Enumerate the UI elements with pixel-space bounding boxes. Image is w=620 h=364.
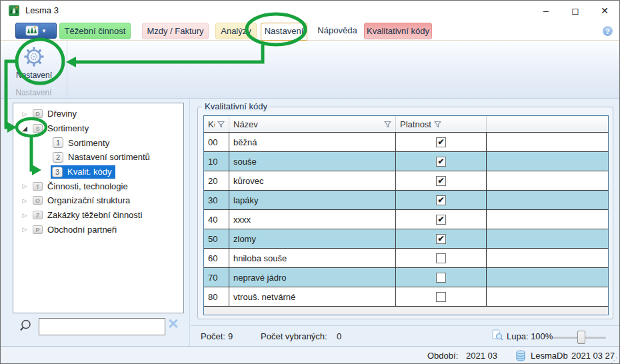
table-row[interactable]: 80 vtrouš. netvárné — [204, 287, 608, 307]
table-row[interactable]: 50 zlomy ✔ — [204, 229, 608, 249]
tab-kvalitativni-kody[interactable]: Kvalitativní kódy — [364, 23, 432, 39]
clear-search-icon[interactable]: ✕ — [167, 316, 179, 332]
ribbon-group-nastaveni: Nastavení Nastavení — [1, 41, 67, 99]
tree-item-sortimenty[interactable]: ◢ S Sortimenty — [13, 121, 183, 136]
gear-icon — [22, 45, 46, 69]
filter-icon[interactable] — [434, 121, 441, 128]
table-row[interactable]: 20 kůrovec ✔ — [204, 171, 608, 191]
table-row[interactable]: 00 běžná ✔ — [204, 133, 608, 152]
groupbox-title: Kvalitativní kódy — [202, 101, 270, 111]
validity-checkbox[interactable] — [436, 273, 446, 283]
validity-checkbox[interactable]: ✔ — [436, 176, 446, 186]
maximize-button[interactable]: ◻ — [561, 1, 590, 20]
expander-icon[interactable]: ▷ — [20, 226, 29, 233]
database-name: LesmaDb — [531, 351, 568, 361]
period-value: 2021 03 — [466, 351, 497, 361]
tree-item-organizacni-struktura[interactable]: ▷ O Organizační struktura — [13, 193, 183, 208]
column-header-platnost[interactable]: Platnost — [396, 116, 487, 132]
cell-code: 20 — [204, 171, 229, 190]
status-date: 2021 03 27 — [571, 351, 615, 361]
validity-checkbox[interactable]: ✔ — [436, 137, 446, 147]
validity-checkbox[interactable]: ✔ — [436, 234, 446, 244]
chevron-down-icon: ▼ — [41, 28, 47, 34]
filter-icon[interactable] — [384, 121, 391, 128]
cell-name: nepravé jádro — [229, 268, 396, 287]
tree-label: Sortimenty — [47, 123, 89, 133]
tab-tezebni-cinnost[interactable]: Těžební činnost — [59, 23, 131, 39]
check-icon: ✔ — [437, 157, 444, 166]
cell-name: souše — [229, 152, 396, 171]
expander-icon[interactable]: ▷ — [20, 111, 29, 117]
validity-checkbox[interactable]: ✔ — [436, 195, 446, 205]
search-icon — [18, 319, 33, 333]
table-row[interactable]: 40 xxxx ✔ — [204, 210, 608, 229]
tree-item-zakazky[interactable]: ▷ Z Zakázky těžební činnosti — [13, 208, 183, 223]
expander-icon[interactable]: ▷ — [20, 212, 29, 219]
table-header: Kód Název Platnost — [204, 116, 608, 133]
cell-name: hniloba souše — [229, 249, 396, 267]
cell-code: 50 — [204, 229, 229, 248]
count-value: 9 — [228, 331, 233, 341]
selected-tree-item: 3 Kvalit. kódy — [51, 165, 115, 179]
statusbar: Období: 2021 03 LesmaDb 2021 03 27 ⋰ — [1, 346, 619, 364]
table-row[interactable]: 60 hniloba souše — [204, 249, 608, 268]
help-icon[interactable]: ? — [603, 26, 613, 36]
cell-name: lapáky — [229, 191, 396, 209]
cell-empty — [487, 191, 608, 209]
resize-grip[interactable]: ⋰ — [611, 356, 618, 364]
application-menu-button[interactable]: ▼ — [15, 23, 57, 39]
validity-checkbox[interactable] — [436, 253, 446, 263]
zoom-slider-thumb[interactable] — [577, 331, 585, 344]
tree-item-kvalit-kody[interactable]: 3 Kvalit. kódy — [13, 165, 183, 179]
tab-napoveda[interactable]: Nápověda — [315, 23, 359, 39]
table-row[interactable]: 30 lapáky ✔ — [204, 191, 608, 210]
check-icon: ✔ — [437, 137, 444, 147]
tree-item-nastaveni-sortimentu[interactable]: 2 Nastavení sortimentů — [13, 150, 183, 165]
tree-item-cinnosti-technologie[interactable]: ▷ T Činnosti, technologie — [13, 179, 183, 193]
check-icon: ✔ — [437, 234, 444, 243]
close-button[interactable]: ✕ — [590, 1, 619, 20]
database-icon — [516, 350, 525, 361]
tree-label: Nastavení sortimentů — [68, 152, 150, 162]
tab-mzdy-faktury[interactable]: Mzdy / Faktury — [142, 23, 209, 39]
tree-label: Zakázky těžební činnosti — [47, 210, 142, 220]
validity-checkbox[interactable]: ✔ — [436, 215, 446, 225]
cell-empty — [487, 152, 608, 171]
cell-empty — [487, 287, 608, 306]
validity-checkbox[interactable]: ✔ — [436, 157, 446, 167]
tree-badge: 1 — [53, 137, 63, 148]
cell-name: kůrovec — [229, 171, 396, 190]
cell-empty — [487, 229, 608, 248]
settings-button[interactable]: Nastavení — [10, 43, 58, 87]
lesma-window: Lesma 3 – ◻ ✕ ▼ Těžební činnost Mzdy / F… — [0, 0, 620, 364]
navigation-tree: ▷ D Dřeviny ◢ S Sortimenty 1 Sortimenty … — [13, 103, 184, 313]
cell-empty — [487, 268, 608, 287]
expander-icon[interactable]: ◢ — [20, 125, 29, 132]
tree-item-sortimenty-child[interactable]: 1 Sortimenty — [13, 135, 183, 150]
table-row[interactable]: 10 souše ✔ — [204, 152, 608, 171]
minimize-button[interactable]: – — [531, 1, 561, 20]
expander-icon[interactable]: ▷ — [20, 197, 29, 204]
tab-analyzy[interactable]: Analýzy — [215, 23, 257, 39]
cell-code: 10 — [204, 152, 229, 171]
period-label: Období: — [427, 351, 458, 361]
expander-icon[interactable]: ▷ — [20, 183, 29, 189]
ribbon: Nastavení Nastavení — [1, 41, 619, 99]
tree-search-input[interactable] — [39, 318, 165, 335]
check-icon: ✔ — [437, 215, 444, 224]
tree-badge: P — [33, 225, 43, 234]
tree-badge: T — [33, 182, 43, 191]
tree-badge: O — [33, 196, 43, 205]
tree-item-obchodni-partneri[interactable]: ▷ P Obchodní partneři — [13, 223, 183, 237]
tab-nastaveni[interactable]: Nastavení — [261, 23, 307, 41]
column-header-kod[interactable]: Kód — [204, 116, 229, 132]
table-row[interactable]: 70 nepravé jádro — [204, 268, 608, 287]
qual-codes-groupbox: Kvalitativní kódy Kód Název Platnost — [197, 107, 613, 319]
column-header-nazev[interactable]: Název — [229, 116, 396, 132]
count-label: Počet: — [201, 331, 225, 341]
tree-item-dreviny[interactable]: ▷ D Dřeviny — [13, 107, 183, 121]
validity-checkbox[interactable] — [436, 292, 446, 302]
tree-badge: Z — [33, 211, 43, 219]
lesma-logo-icon — [9, 5, 19, 16]
filter-icon[interactable] — [217, 121, 225, 128]
